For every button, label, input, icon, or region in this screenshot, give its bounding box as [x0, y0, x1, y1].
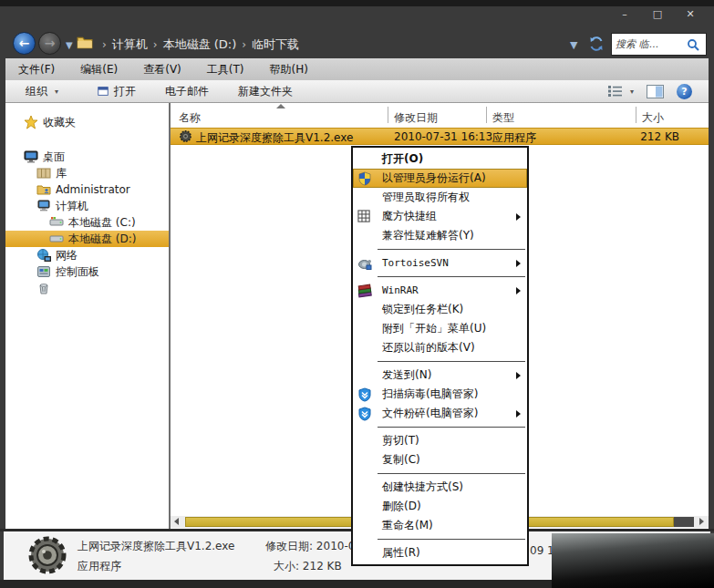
blank-icon-slot [357, 191, 377, 205]
breadcrumb-computer[interactable]: 计算机 [112, 37, 148, 51]
open-button[interactable]: 打开 [86, 80, 147, 102]
winrar-books-icon [357, 284, 377, 298]
menu-item-properties[interactable]: 属性(R) [353, 543, 527, 562]
menu-item-winrar[interactable]: WinRAR [353, 281, 527, 300]
blank-icon-slot [357, 341, 377, 356]
menu-edit[interactable]: 编辑(E) [67, 62, 130, 77]
column-divider[interactable] [486, 107, 487, 123]
menu-item-label: 属性(R) [382, 545, 420, 561]
menu-item-label: 管理员取得所有权 [382, 190, 470, 205]
menu-item-label: 还原以前的版本(V) [382, 340, 475, 356]
search-dropdown-icon[interactable]: ▼ [570, 39, 577, 51]
menu-help[interactable]: 帮助(H) [257, 62, 321, 77]
sidebar-item-administrator[interactable]: Administrator [5, 181, 169, 198]
submenu-arrow-icon [516, 260, 521, 267]
sidebar-item-favorites[interactable]: 收藏夹 [5, 114, 169, 130]
desktop-icon [24, 150, 38, 164]
column-header-type[interactable]: 类型 [492, 110, 514, 126]
menu-item-rename[interactable]: 重命名(M) [353, 516, 527, 535]
blank-icon-slot [357, 519, 377, 533]
menu-tools[interactable]: 工具(T) [194, 62, 257, 77]
sidebar-item-network[interactable]: 网络 [5, 247, 169, 263]
window-right-edge [709, 103, 714, 529]
menu-item-send-to[interactable]: 发送到(N) [353, 366, 527, 385]
file-name: 上网记录深度擦除工具V1.2.exe [196, 130, 353, 146]
column-header-modified[interactable]: 修改日期 [394, 110, 438, 126]
breadcrumb: ›计算机›本地磁盘 (D:)›临时下载 [97, 36, 299, 53]
menu-separator [378, 539, 525, 540]
sidebar-item-desktop[interactable]: 桌面 [5, 149, 169, 165]
help-button[interactable]: ? [677, 84, 692, 99]
menu-item-cut[interactable]: 剪切(T) [353, 431, 527, 450]
menu-separator [378, 473, 525, 474]
maximize-button[interactable]: □ [646, 7, 669, 22]
preview-pane-button[interactable] [647, 85, 664, 98]
search-icon[interactable] [687, 38, 699, 51]
sidebar-item-libraries[interactable]: 库 [5, 165, 169, 181]
file-row-selected[interactable]: 上网记录深度擦除工具V1.2.exe 2010-07-31 16:13 应用程序… [171, 128, 709, 145]
menu-item-restore-previous[interactable]: 还原以前的版本(V) [353, 338, 527, 357]
submenu-arrow-icon [516, 213, 521, 221]
menu-item-label: WinRAR [382, 284, 419, 296]
menu-item-label: 以管理员身份运行(A) [382, 170, 486, 186]
scroll-left-icon[interactable] [174, 518, 179, 525]
sidebar-item-disk-d[interactable]: 本地磁盘 (D:) [5, 231, 169, 247]
menu-item-compatibility[interactable]: 兼容性疑难解答(Y) [353, 226, 527, 245]
forward-button[interactable]: → [38, 32, 61, 55]
menu-item-label: TortoiseSVN [382, 257, 449, 269]
menu-item-run-as-admin[interactable]: 以管理员身份运行(A) [353, 169, 527, 188]
minimize-button[interactable]: – [613, 7, 636, 22]
menu-item-pin-to-start[interactable]: 附到「开始」菜单(U) [353, 319, 527, 338]
blank-icon-slot [357, 229, 377, 243]
overlay-shadow-box [552, 533, 714, 588]
menu-item-label: 魔方快捷组 [382, 209, 437, 224]
blank-icon-slot [357, 303, 377, 317]
sidebar-item-computer[interactable]: 计算机 [5, 198, 169, 214]
library-icon [36, 166, 51, 181]
tortoisesvn-icon [357, 256, 377, 271]
refresh-icon[interactable] [587, 35, 605, 53]
menu-item-delete[interactable]: 删除(D) [353, 497, 527, 516]
column-header-name[interactable]: 名称 [179, 110, 201, 126]
scroll-right-icon[interactable] [699, 518, 704, 525]
menu-item-open[interactable]: 打开(O) [353, 150, 527, 169]
history-dropdown-icon[interactable]: ▼ [66, 40, 73, 50]
close-button[interactable]: ✕ [678, 7, 702, 22]
menu-view[interactable]: 查看(V) [130, 62, 194, 77]
search-input[interactable] [616, 38, 687, 50]
menu-item-create-shortcut[interactable]: 创建快捷方式(S) [353, 478, 527, 497]
file-type: 应用程序 [492, 130, 536, 146]
column-divider[interactable] [388, 107, 388, 123]
new-folder-label: 新建文件夹 [238, 84, 293, 99]
sidebar-item-recycle-bin[interactable] [5, 280, 169, 296]
menu-separator [378, 249, 525, 250]
column-divider[interactable] [636, 107, 636, 123]
menu-item-tortoisesvn[interactable]: TortoiseSVN [353, 253, 527, 273]
menu-file[interactable]: 文件(F) [5, 62, 67, 77]
menu-item-label: 附到「开始」菜单(U) [382, 321, 486, 336]
new-folder-button[interactable]: 新建文件夹 [227, 80, 304, 102]
menu-item-take-ownership[interactable]: 管理员取得所有权 [353, 188, 527, 207]
sidebar-item-disk-c[interactable]: 本地磁盘 (C:) [5, 214, 169, 231]
menu-item-mofang-shortcuts[interactable]: 魔方快捷组 [353, 207, 527, 226]
column-header-size[interactable]: 大小 [642, 110, 664, 126]
back-button[interactable]: ← [13, 32, 36, 55]
menu-item-scan-virus[interactable]: 扫描病毒(电脑管家) [353, 385, 527, 404]
menu-item-copy[interactable]: 复制(C) [353, 450, 527, 469]
sidebar-label: 桌面 [43, 150, 65, 165]
organize-button[interactable]: 组织 ▾ [15, 80, 69, 102]
change-view-button[interactable]: ▾ [607, 85, 634, 98]
disk-drive-icon [49, 232, 64, 246]
sidebar-item-control-panel[interactable]: 控制面板 [5, 263, 169, 280]
sidebar-label: 网络 [56, 248, 78, 263]
breadcrumb-temp-download[interactable]: 临时下载 [252, 37, 299, 51]
breadcrumb-disk-d[interactable]: 本地磁盘 (D:) [163, 37, 237, 51]
menu-item-pin-to-taskbar[interactable]: 锁定到任务栏(K) [353, 300, 527, 319]
open-app-icon [97, 85, 109, 98]
window-top-edge [0, 0, 714, 6]
uac-shield-icon [357, 171, 377, 186]
email-button[interactable]: 电子邮件 [154, 80, 220, 102]
menu-item-file-shredder[interactable]: 文件粉碎(电脑管家) [353, 404, 527, 423]
menu-item-label: 创建快捷方式(S) [382, 480, 463, 495]
status-file-name: 上网记录深度擦除工具V1.2.exe [78, 539, 234, 554]
